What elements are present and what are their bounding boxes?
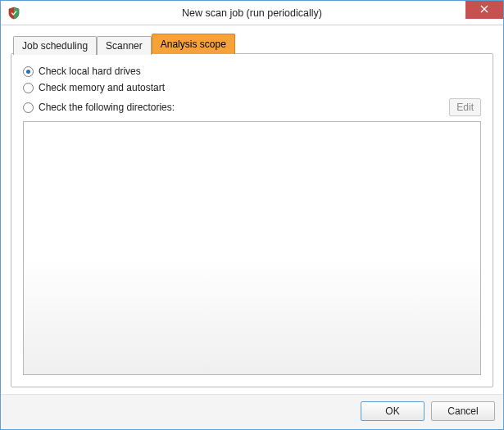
analysis-scope-panel: Check local hard drives Check memory and… (11, 53, 493, 387)
tab-strip: Job scheduling Scanner Analysis scope (11, 34, 493, 54)
client-area: Job scheduling Scanner Analysis scope Ch… (1, 25, 503, 394)
edit-button-label: Edit (456, 102, 474, 113)
close-button[interactable] (465, 1, 503, 19)
directories-listbox[interactable] (23, 121, 481, 375)
radio-icon (23, 83, 34, 93)
tab-job-scheduling[interactable]: Job scheduling (13, 36, 97, 55)
dialog-window: New scan job (run periodically) Job sche… (0, 0, 504, 430)
radio-icon (23, 66, 34, 77)
option-check-local-drives[interactable]: Check local hard drives (23, 66, 481, 77)
radio-icon (23, 102, 34, 113)
tab-label: Job scheduling (22, 40, 88, 52)
close-icon (480, 4, 488, 16)
radio-label: Check local hard drives (39, 66, 141, 77)
dialog-footer: OK Cancel (1, 394, 503, 429)
ok-button[interactable]: OK (361, 401, 425, 421)
title-bar: New scan job (run periodically) (1, 1, 503, 25)
option-check-directories[interactable]: Check the following directories: (23, 102, 175, 113)
window-title: New scan job (run periodically) (1, 7, 503, 19)
tab-analysis-scope[interactable]: Analysis scope (152, 34, 235, 54)
app-shield-icon (7, 7, 20, 20)
edit-button[interactable]: Edit (449, 98, 481, 116)
tab-control: Job scheduling Scanner Analysis scope Ch… (11, 34, 493, 387)
tab-scanner[interactable]: Scanner (97, 36, 152, 55)
button-label: Cancel (447, 405, 478, 417)
option-check-memory-autostart[interactable]: Check memory and autostart (23, 82, 481, 93)
cancel-button[interactable]: Cancel (431, 401, 495, 421)
radio-label: Check memory and autostart (39, 82, 165, 93)
option-check-directories-row: Check the following directories: Edit (23, 98, 481, 116)
button-label: OK (385, 405, 399, 417)
tab-label: Analysis scope (161, 38, 226, 50)
radio-label: Check the following directories: (39, 102, 175, 113)
tab-label: Scanner (106, 40, 143, 52)
